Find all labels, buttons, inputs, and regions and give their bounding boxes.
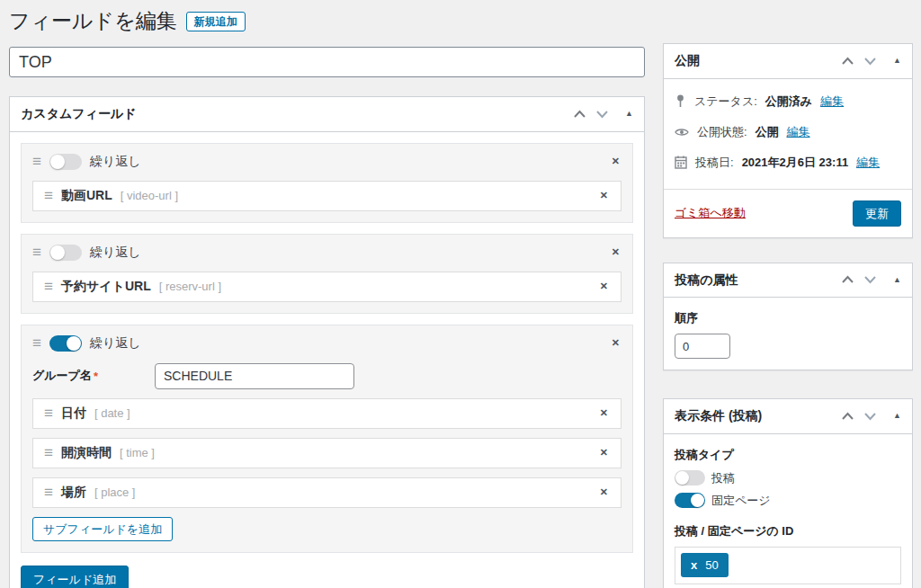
group-name-input[interactable] xyxy=(155,363,354,389)
remove-group-icon[interactable]: ✕ xyxy=(610,338,621,348)
group-name-row: グループ名* xyxy=(32,363,621,389)
update-button[interactable]: 更新 xyxy=(853,200,901,227)
collapse-panel-icon[interactable]: ▲ xyxy=(893,412,901,420)
drag-handle-icon[interactable]: ≡ xyxy=(44,485,53,500)
repeat-toggle-off[interactable] xyxy=(49,245,82,261)
move-down-icon[interactable] xyxy=(863,275,877,284)
remove-subfield-icon[interactable]: ✕ xyxy=(598,487,610,497)
page-title: フィールドを編集 xyxy=(9,9,177,34)
subfield-slug: [ video-url ] xyxy=(121,189,178,202)
drag-handle-icon[interactable]: ≡ xyxy=(44,405,53,421)
subfield-name: 予約サイトURL xyxy=(61,279,151,295)
post-toggle-label: 投稿 xyxy=(711,470,735,486)
drag-handle-icon[interactable]: ≡ xyxy=(32,245,41,260)
collapse-panel-icon[interactable]: ▲ xyxy=(893,276,901,284)
repeat-toggle-on[interactable] xyxy=(49,335,82,352)
status-row: ステータス: 公開済み 編集 xyxy=(675,86,901,117)
remove-subfield-icon[interactable]: ✕ xyxy=(598,281,610,291)
post-toggle-off[interactable] xyxy=(675,470,705,486)
move-down-icon[interactable] xyxy=(863,57,877,66)
publish-panel-body: ステータス: 公開済み 編集 公開状態: 公開 編集 投稿日: 2021年2月6… xyxy=(664,79,912,189)
repeat-label: 繰り返し xyxy=(90,335,141,352)
add-field-row: フィールド追加 xyxy=(21,566,633,588)
move-to-trash-link[interactable]: ゴミ箱へ移動 xyxy=(675,205,746,221)
panel-controls: ▲ xyxy=(573,110,633,119)
drag-handle-icon[interactable]: ≡ xyxy=(44,445,53,460)
post-page-id-input[interactable]: x 50 xyxy=(675,547,901,584)
repeat-label: 繰り返し xyxy=(90,245,141,261)
subfield-name: 動画URL xyxy=(61,188,112,204)
subfield-row[interactable]: ≡ 予約サイトURL [ reserv-url ] ✕ xyxy=(32,272,621,302)
add-new-button[interactable]: 新規追加 xyxy=(186,12,246,31)
toggle-knob xyxy=(50,245,65,260)
move-up-icon[interactable] xyxy=(573,110,586,119)
remove-tag-icon[interactable]: x xyxy=(691,559,697,571)
drag-handle-icon[interactable]: ≡ xyxy=(32,154,41,169)
page-heading-row: フィールドを編集 新規追加 xyxy=(9,7,645,36)
order-input[interactable] xyxy=(675,334,730,359)
subfield-slug: [ time ] xyxy=(120,446,155,459)
add-field-button[interactable]: フィールド追加 xyxy=(21,566,129,588)
remove-subfield-icon[interactable]: ✕ xyxy=(598,408,610,418)
remove-subfield-icon[interactable]: ✕ xyxy=(598,191,610,200)
collapse-panel-icon[interactable]: ▲ xyxy=(625,110,633,118)
visibility-value: 公開 xyxy=(756,124,779,140)
id-tag: x 50 xyxy=(681,553,729,577)
collapse-panel-icon[interactable]: ▲ xyxy=(893,57,901,65)
edit-visibility-link[interactable]: 編集 xyxy=(787,124,810,140)
subfield-name: 開演時間 xyxy=(61,445,112,461)
move-down-icon[interactable] xyxy=(863,412,877,421)
subfield-name: 日付 xyxy=(61,405,86,422)
drag-handle-icon[interactable]: ≡ xyxy=(44,188,53,203)
custom-fields-panel-body: ≡ 繰り返し ✕ ≡ 動画URL [ video-url ] ✕ ≡ 繰り返し xyxy=(10,132,644,588)
toggle-knob xyxy=(675,471,689,485)
custom-fields-panel: カスタムフィールド ▲ ≡ 繰り返し ✕ xyxy=(9,96,645,588)
edit-status-link[interactable]: 編集 xyxy=(820,94,844,110)
repeat-label: 繰り返し xyxy=(90,154,141,170)
move-up-icon[interactable] xyxy=(841,57,854,66)
move-up-icon[interactable] xyxy=(841,412,854,421)
post-attributes-panel: 投稿の属性 ▲ 順序 xyxy=(663,263,913,371)
field-group: ≡ 繰り返し ✕ ≡ 予約サイトURL [ reserv-url ] ✕ xyxy=(21,234,633,314)
page-toggle-on[interactable] xyxy=(675,493,705,508)
id-tag-value: 50 xyxy=(705,559,718,571)
repeat-toggle-off[interactable] xyxy=(49,154,82,170)
main-column: フィールドを編集 新規追加 カスタムフィールド ▲ ≡ xyxy=(9,7,645,588)
post-title-input[interactable] xyxy=(9,47,645,77)
custom-fields-panel-header: カスタムフィールド ▲ xyxy=(10,97,644,132)
subfield-row[interactable]: ≡ 動画URL [ video-url ] ✕ xyxy=(32,181,621,211)
add-subfield-button[interactable]: サブフィールドを追加 xyxy=(32,517,173,541)
move-up-icon[interactable] xyxy=(841,275,854,284)
display-conditions-panel-body: 投稿タイプ 投稿 固定ページ 投稿 / 固定ページの ID x 50 xyxy=(664,434,912,588)
published-date-row: 投稿日: 2021年2月6日 23:11 編集 xyxy=(675,147,901,178)
post-type-toggle-row: 投稿 xyxy=(675,470,901,486)
subfield-row[interactable]: ≡ 開演時間 [ time ] ✕ xyxy=(32,438,621,468)
move-down-icon[interactable] xyxy=(595,110,609,119)
display-conditions-panel: 表示条件 (投稿) ▲ 投稿タイプ 投稿 固定ページ 投稿 / 固定ペー xyxy=(663,398,913,588)
status-value: 公開済み xyxy=(765,94,812,110)
visibility-row: 公開状態: 公開 編集 xyxy=(675,117,901,147)
group-name-label: グループ名 xyxy=(32,368,92,384)
field-group-header: ≡ 繰り返し ✕ xyxy=(32,334,621,353)
toggle-knob xyxy=(50,155,65,169)
subfield-row[interactable]: ≡ 場所 [ place ] ✕ xyxy=(32,477,621,508)
remove-group-icon[interactable]: ✕ xyxy=(610,156,621,166)
edit-date-link[interactable]: 編集 xyxy=(856,155,880,171)
subfield-row[interactable]: ≡ 日付 [ date ] ✕ xyxy=(32,398,621,429)
publish-panel-header: 公開 ▲ xyxy=(664,44,912,79)
field-group: ≡ 繰り返し ✕ ≡ 動画URL [ video-url ] ✕ xyxy=(21,143,633,223)
drag-handle-icon[interactable]: ≡ xyxy=(44,279,53,294)
drag-handle-icon[interactable]: ≡ xyxy=(32,335,41,351)
remove-group-icon[interactable]: ✕ xyxy=(610,247,621,257)
post-type-label: 投稿タイプ xyxy=(675,447,901,463)
panel-controls: ▲ xyxy=(841,412,901,421)
display-conditions-panel-header: 表示条件 (投稿) ▲ xyxy=(664,399,912,434)
pushpin-icon xyxy=(675,94,686,108)
field-group-header: ≡ 繰り返し ✕ xyxy=(32,243,621,263)
subfield-slug: [ reserv-url ] xyxy=(159,280,221,293)
sidebar: 公開 ▲ ステータス: 公開済み 編集 xyxy=(663,43,913,588)
remove-subfield-icon[interactable]: ✕ xyxy=(598,448,610,458)
panel-controls: ▲ xyxy=(841,57,901,66)
subfield-slug: [ date ] xyxy=(94,406,130,420)
post-attributes-panel-title: 投稿の属性 xyxy=(675,272,841,290)
